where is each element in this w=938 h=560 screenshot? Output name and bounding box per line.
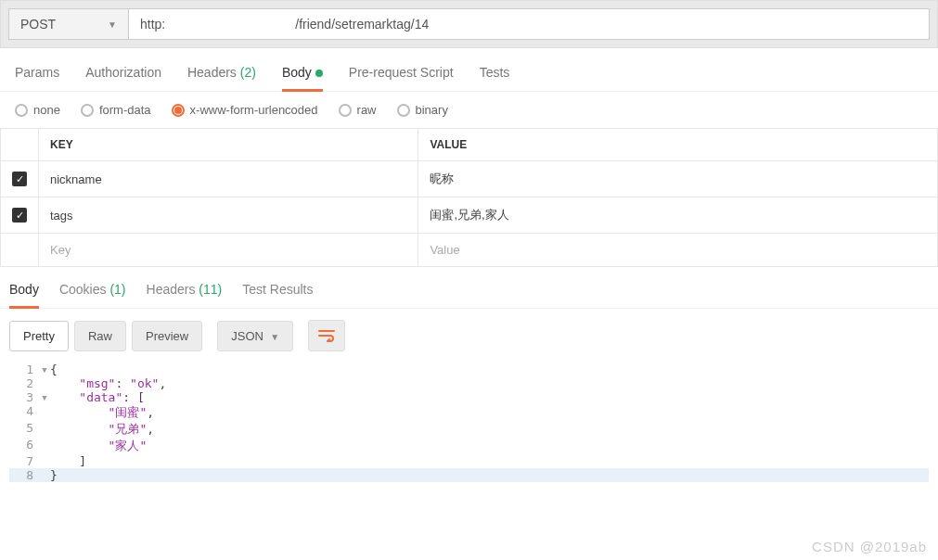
request-bar: POST ▼ http: /friend/setremarktag/14 [0,0,938,48]
url-input[interactable]: http: /friend/setremarktag/14 [129,8,930,40]
col-key: KEY [39,129,418,161]
radio-binary[interactable]: binary [397,103,448,117]
resp-tab-headers[interactable]: Headers (11) [147,282,223,308]
method-label: POST [20,17,56,32]
tab-tests[interactable]: Tests [480,65,510,91]
table-row[interactable]: ✓ tags 闺蜜,兄弟,家人 [1,197,938,234]
preview-button[interactable]: Preview [132,321,202,351]
table-header-row: KEY VALUE [1,129,938,161]
response-toolbar: Pretty Raw Preview JSON ▼ [0,309,938,363]
response-tabs: Body Cookies (1) Headers (11) Test Resul… [0,267,938,309]
tab-body[interactable]: Body [282,65,323,92]
method-select[interactable]: POST ▼ [8,8,129,40]
radio-none[interactable]: none [15,103,60,117]
wrap-button[interactable] [308,320,345,351]
request-tabs: Params Authorization Headers (2) Body Pr… [0,48,938,92]
value-placeholder[interactable]: Value [418,234,938,267]
url-prefix: http: [140,17,165,32]
checkbox-icon[interactable]: ✓ [12,208,27,223]
radio-form-data[interactable]: form-data [81,103,151,117]
key-placeholder[interactable]: Key [39,234,418,267]
body-type-options: none form-data x-www-form-urlencoded raw… [0,92,938,128]
cell-key[interactable]: tags [39,197,418,234]
radio-icon [339,104,352,117]
radio-urlencoded[interactable]: x-www-form-urlencoded [172,103,318,117]
radio-icon [172,104,185,117]
chevron-down-icon: ▼ [108,19,117,30]
radio-icon [397,104,410,117]
pretty-button[interactable]: Pretty [9,321,69,351]
chevron-down-icon: ▼ [270,332,279,342]
params-table: KEY VALUE ✓ nickname 昵称 ✓ tags 闺蜜,兄弟,家人 … [0,128,938,267]
url-suffix: /friend/setremarktag/14 [295,17,429,32]
radio-raw[interactable]: raw [339,103,377,117]
format-select[interactable]: JSON ▼ [217,321,293,351]
radio-icon [81,104,94,117]
col-value: VALUE [418,129,938,161]
raw-button[interactable]: Raw [74,321,126,351]
tab-prerequest[interactable]: Pre-request Script [349,65,454,91]
tab-params[interactable]: Params [15,65,59,91]
tab-authorization[interactable]: Authorization [85,65,161,91]
resp-tab-body[interactable]: Body [9,282,39,309]
table-row-new[interactable]: Key Value [1,234,938,267]
radio-icon [15,104,28,117]
resp-tab-tests[interactable]: Test Results [242,282,313,308]
cell-key[interactable]: nickname [39,161,418,197]
modified-dot-icon [315,70,323,77]
cell-value[interactable]: 昵称 [418,161,938,197]
tab-headers[interactable]: Headers (2) [187,65,256,91]
resp-tab-cookies[interactable]: Cookies (1) [59,282,126,308]
cell-value[interactable]: 闺蜜,兄弟,家人 [418,197,938,234]
wrap-icon [318,329,335,342]
checkbox-icon[interactable]: ✓ [12,172,27,186]
table-row[interactable]: ✓ nickname 昵称 [1,161,938,197]
response-editor[interactable]: 1▾{ 2 "msg": "ok", 3▾ "data": [ 4 "闺蜜", … [0,363,938,491]
